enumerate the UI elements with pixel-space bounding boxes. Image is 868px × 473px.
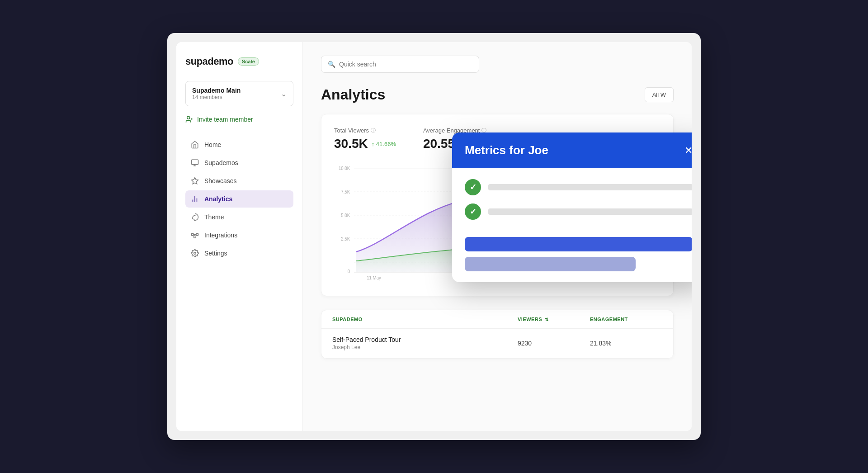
workspace-members: 14 members — [192, 94, 241, 100]
svg-rect-13 — [194, 236, 196, 238]
check-row-2: ✓ — [465, 203, 692, 220]
sidebar-item-supademos[interactable]: Supademos — [185, 154, 293, 171]
analytics-table: SUPADEMO VIEWERS ⇅ ENGAGEMENT Self-Paced… — [321, 310, 674, 359]
svg-point-16 — [194, 252, 196, 255]
search-icon: 🔍 — [328, 61, 335, 68]
sidebar-item-home-label: Home — [204, 141, 221, 148]
total-viewers-change: 41.66% — [372, 141, 396, 147]
modal-primary-button[interactable] — [465, 237, 692, 251]
page-title: Analytics — [321, 86, 385, 103]
col-supademo: SUPADEMO — [332, 317, 518, 322]
sort-icon: ⇅ — [545, 317, 549, 322]
workspace-name: Supademo Main — [192, 87, 241, 94]
check-circle-1: ✓ — [465, 179, 481, 195]
info-icon: ⓘ — [371, 127, 376, 134]
search-input[interactable] — [339, 61, 472, 68]
logo-area: supademo Scale — [185, 56, 293, 67]
modal-title: Metrics for Joe — [465, 143, 548, 157]
chevron-icon: ⌄ — [281, 90, 287, 98]
sidebar-item-showcases[interactable]: Showcases — [185, 172, 293, 189]
filter-button[interactable]: All W — [645, 87, 674, 102]
theme-icon — [191, 213, 199, 221]
svg-text:2.5K: 2.5K — [341, 236, 350, 241]
modal-secondary-button[interactable] — [465, 257, 636, 271]
user-plus-icon — [185, 115, 193, 123]
top-bar: 🔍 — [321, 56, 674, 73]
total-viewers-label: Total Viewers ⓘ — [334, 127, 396, 134]
sidebar-item-showcases-label: Showcases — [204, 177, 237, 184]
check-bar-2 — [488, 208, 692, 215]
modal-header: Metrics for Joe ✕ — [452, 132, 692, 168]
invite-team-member-button[interactable]: Invite team member — [185, 112, 293, 127]
col-engagement: ENGAGEMENT — [590, 317, 662, 322]
settings-icon — [191, 249, 199, 257]
app-logo: supademo — [185, 56, 233, 67]
sidebar-item-theme[interactable]: Theme — [185, 208, 293, 226]
invite-label: Invite team member — [197, 116, 253, 123]
table-row: Self-Paced Product Tour Joseph Lee 9230 … — [321, 329, 673, 358]
demo-author: Joseph Lee — [332, 344, 518, 350]
demo-name: Self-Paced Product Tour — [332, 336, 518, 343]
sidebar: supademo Scale Supademo Main 14 members … — [176, 42, 303, 431]
metrics-modal: Metrics for Joe ✕ ✓ ✓ — [452, 132, 692, 282]
svg-text:5.0K: 5.0K — [341, 213, 350, 218]
sidebar-item-home[interactable]: Home — [185, 136, 293, 153]
total-viewers-value: 30.5K 41.66% — [334, 137, 396, 151]
integrations-icon — [191, 231, 199, 239]
workspace-selector[interactable]: Supademo Main 14 members ⌄ — [185, 81, 293, 106]
sidebar-item-settings-label: Settings — [204, 250, 227, 257]
table-cell-engagement: 21.83% — [590, 340, 662, 347]
modal-body: ✓ ✓ — [452, 168, 692, 282]
svg-text:0: 0 — [348, 269, 350, 274]
svg-point-0 — [187, 116, 190, 119]
col-viewers: VIEWERS ⇅ — [518, 317, 590, 322]
sidebar-item-supademos-label: Supademos — [204, 159, 238, 166]
page-header: Analytics All W — [321, 86, 674, 103]
check-bar-1 — [488, 184, 692, 190]
main-nav: Home Supademos Showcases — [185, 136, 293, 262]
search-box[interactable]: 🔍 — [321, 56, 479, 73]
svg-text:7.5K: 7.5K — [341, 189, 350, 194]
sidebar-item-settings[interactable]: Settings — [185, 245, 293, 262]
table-header: SUPADEMO VIEWERS ⇅ ENGAGEMENT — [321, 310, 673, 329]
sidebar-item-analytics[interactable]: Analytics — [185, 190, 293, 208]
modal-close-button[interactable]: ✕ — [684, 145, 692, 156]
check-circle-2: ✓ — [465, 203, 481, 220]
sidebar-item-theme-label: Theme — [204, 213, 224, 221]
total-viewers-metric: Total Viewers ⓘ 30.5K 41.66% — [334, 127, 396, 151]
showcases-icon — [191, 177, 199, 185]
check-mark-1: ✓ — [470, 182, 476, 192]
table-cell-viewers: 9230 — [518, 340, 590, 347]
svg-marker-6 — [192, 178, 198, 184]
sidebar-item-analytics-label: Analytics — [204, 195, 232, 203]
plan-badge: Scale — [238, 57, 259, 66]
svg-point-10 — [194, 215, 195, 216]
check-mark-2: ✓ — [470, 207, 476, 217]
sidebar-item-integrations-label: Integrations — [204, 232, 237, 239]
svg-text:10.0K: 10.0K — [339, 166, 350, 171]
svg-rect-3 — [192, 160, 198, 165]
supademos-icon — [191, 159, 199, 167]
svg-rect-11 — [192, 233, 194, 236]
check-row-1: ✓ — [465, 179, 692, 195]
analytics-icon — [191, 195, 199, 203]
sidebar-item-integrations[interactable]: Integrations — [185, 227, 293, 244]
svg-text:11 May: 11 May — [367, 275, 382, 280]
home-icon — [191, 141, 199, 149]
table-cell-name: Self-Paced Product Tour Joseph Lee — [332, 336, 518, 350]
svg-rect-12 — [196, 233, 198, 236]
